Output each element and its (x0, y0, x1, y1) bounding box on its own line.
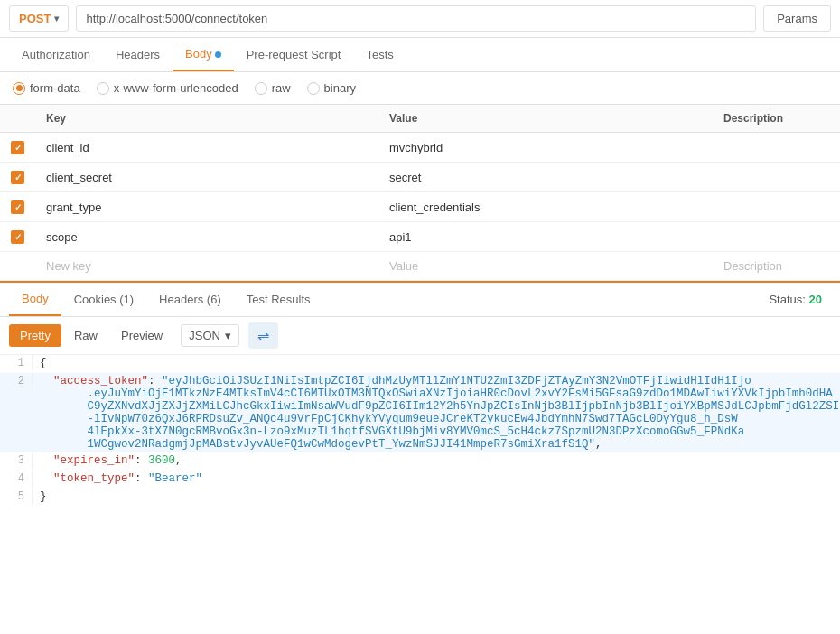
row-key[interactable]: client_id (35, 133, 378, 163)
line-content: "token_type": "Bearer" (40, 471, 840, 487)
checkbox-icon (11, 171, 24, 184)
row-key[interactable]: scope (35, 222, 378, 252)
response-toolbar: Pretty Raw Preview JSON ▾ ⇌ (0, 317, 840, 355)
pretty-button[interactable]: Pretty (9, 324, 61, 347)
table-row: scope api1 (0, 222, 840, 252)
line-content: { (40, 355, 840, 371)
top-bar: POST ▾ Params (0, 0, 840, 38)
col-header-key: Key (35, 105, 378, 133)
radio-binary-label: binary (324, 81, 356, 95)
row-description (713, 133, 840, 163)
new-row-key[interactable]: New key (35, 252, 378, 281)
col-header-value: Value (378, 105, 713, 133)
radio-urlencoded-circle (97, 82, 109, 95)
row-checkbox-cell[interactable] (0, 222, 35, 252)
line-content: } (40, 489, 840, 505)
line-number: 5 (0, 489, 33, 505)
row-value[interactable]: secret (378, 163, 713, 192)
line-number: 1 (0, 355, 33, 371)
radio-urlencoded[interactable]: x-www-form-urlencoded (97, 81, 238, 95)
line-content: "expires_in": 3600, (40, 452, 840, 469)
code-line: 4 "token_type": "Bearer" (0, 471, 840, 489)
code-line: 3 "expires_in": 3600, (0, 452, 840, 471)
row-key[interactable]: grant_type (35, 192, 378, 222)
radio-binary-circle (307, 82, 320, 95)
body-type-row: form-data x-www-form-urlencoded raw bina… (0, 72, 840, 105)
line-content: "access_token": "eyJhbGciOiJSUzI1NiIsImt… (40, 373, 840, 452)
body-dot (215, 51, 221, 58)
new-row-value[interactable]: Value (378, 252, 713, 281)
row-checkbox-cell[interactable] (0, 163, 35, 192)
row-checkbox-cell[interactable] (0, 133, 35, 163)
method-label: POST (19, 12, 51, 25)
radio-urlencoded-label: x-www-form-urlencoded (114, 81, 238, 95)
request-tabs: Authorization Headers Body Pre-request S… (0, 38, 840, 72)
response-bar: Body Cookies (1) Headers (6) Test Result… (0, 281, 840, 317)
radio-raw-label: raw (272, 81, 291, 95)
code-line: 1{ (0, 355, 840, 373)
col-header-check (0, 105, 35, 133)
resp-tab-body[interactable]: Body (9, 283, 61, 316)
status-code: 20 (809, 293, 822, 306)
tab-body[interactable]: Body (173, 38, 234, 71)
row-value[interactable]: mvchybrid (378, 133, 713, 163)
params-button[interactable]: Params (763, 5, 831, 32)
tab-prerequest[interactable]: Pre-request Script (234, 39, 354, 70)
row-value[interactable]: client_credentials (378, 192, 713, 222)
raw-button[interactable]: Raw (63, 324, 108, 347)
table-row: client_secret secret (0, 163, 840, 192)
status-label: Status: (769, 293, 805, 306)
wrap-button[interactable]: ⇌ (248, 322, 278, 349)
resp-tab-headers[interactable]: Headers (6) (146, 284, 234, 315)
table-row: grant_type client_credentials (0, 192, 840, 222)
wrap-icon: ⇌ (257, 328, 269, 343)
row-description (713, 192, 840, 222)
line-number: 3 (0, 452, 33, 469)
radio-form-data[interactable]: form-data (13, 81, 80, 95)
tab-tests[interactable]: Tests (353, 39, 406, 70)
format-label: JSON (189, 329, 220, 342)
line-number: 2 (0, 373, 33, 389)
resp-tab-testresults[interactable]: Test Results (234, 284, 323, 315)
table-new-row[interactable]: New key Value Description (0, 252, 840, 281)
new-row-check (0, 252, 35, 281)
tab-authorization[interactable]: Authorization (9, 39, 103, 70)
radio-binary[interactable]: binary (307, 81, 356, 95)
code-line: 5} (0, 489, 840, 507)
table-row: client_id mvchybrid (0, 133, 840, 163)
line-number: 4 (0, 471, 33, 487)
row-value[interactable]: api1 (378, 222, 713, 252)
format-select[interactable]: JSON ▾ (181, 324, 239, 347)
row-description (713, 222, 840, 252)
row-checkbox-cell[interactable] (0, 192, 35, 222)
url-input[interactable] (76, 5, 756, 32)
format-chevron-icon: ▾ (225, 329, 231, 342)
row-description (713, 163, 840, 192)
radio-form-data-label: form-data (30, 81, 80, 95)
method-button[interactable]: POST ▾ (9, 5, 69, 32)
col-header-description: Description (713, 105, 840, 133)
radio-raw[interactable]: raw (255, 81, 291, 95)
status-area: Status: 20 (769, 293, 831, 306)
tab-headers[interactable]: Headers (103, 39, 173, 70)
method-chevron-icon: ▾ (54, 14, 59, 23)
params-table: Key Value Description client_id mvchybri… (0, 105, 840, 281)
code-line: 2 "access_token": "eyJhbGciOiJSUzI1NiIsI… (0, 373, 840, 452)
row-key[interactable]: client_secret (35, 163, 378, 192)
resp-tab-cookies[interactable]: Cookies (1) (61, 284, 146, 315)
checkbox-icon (11, 230, 24, 244)
radio-raw-circle (255, 82, 267, 95)
checkbox-icon (11, 200, 24, 214)
checkbox-icon (11, 141, 24, 154)
code-area: 1{2 "access_token": "eyJhbGciOiJSUzI1NiI… (0, 355, 840, 545)
preview-button[interactable]: Preview (110, 324, 173, 347)
new-row-description: Description (713, 252, 840, 281)
radio-form-data-circle (13, 82, 25, 95)
